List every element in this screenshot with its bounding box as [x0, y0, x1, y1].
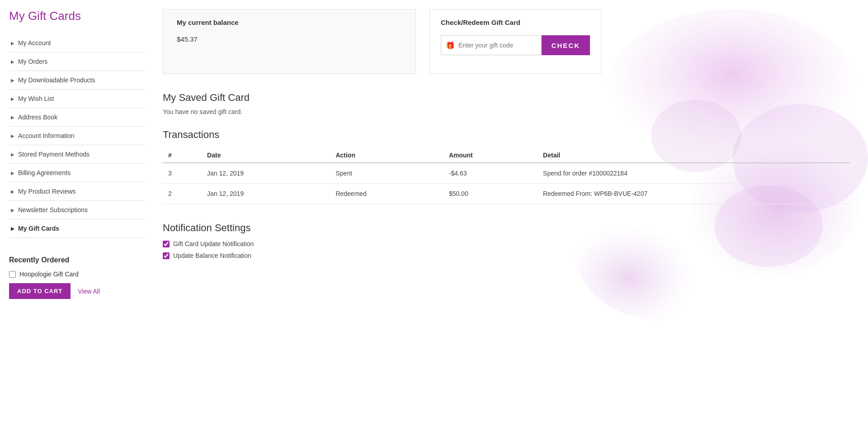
- check-button[interactable]: CHECK: [542, 35, 590, 55]
- sidebar-arrow-icon: ▶: [11, 171, 14, 176]
- col-detail: Detail: [538, 148, 850, 163]
- sidebar-link-newsletter-subscriptions[interactable]: ▶Newsletter Subscriptions: [9, 201, 145, 219]
- sidebar-item-my-account[interactable]: ▶My Account: [9, 34, 145, 52]
- recently-ordered-item-row: Hoopologie Gift Card: [9, 271, 145, 278]
- sidebar-link-my-gift-cards[interactable]: ▶My Gift Cards: [9, 219, 145, 237]
- sidebar-arrow-icon: ▶: [11, 78, 14, 83]
- notification-item-gift-card-update: Gift Card Update Notification: [163, 240, 850, 247]
- sidebar-arrow-icon: ▶: [11, 189, 14, 194]
- sidebar-link-my-product-reviews[interactable]: ▶My Product Reviews: [9, 182, 145, 200]
- add-to-cart-button[interactable]: ADD TO CART: [9, 283, 71, 299]
- page-title: My Gift Cards: [9, 9, 145, 23]
- sidebar-link-account-information[interactable]: ▶Account Information: [9, 127, 145, 145]
- sidebar: My Gift Cards ▶My Account▶My Orders▶My D…: [0, 0, 154, 432]
- sidebar-item-label: My Product Reviews: [18, 188, 76, 195]
- sidebar-item-label: Stored Payment Methods: [18, 151, 90, 158]
- cell-amount: $50.00: [443, 184, 538, 204]
- sidebar-item-my-downloadable-products[interactable]: ▶My Downloadable Products: [9, 71, 145, 90]
- sidebar-arrow-icon: ▶: [11, 208, 14, 213]
- balance-card: My current balance $45.37: [163, 9, 416, 74]
- sidebar-item-billing-agreements[interactable]: ▶Billing Agreements: [9, 164, 145, 182]
- saved-gift-card-desc: You have no saved gift card.: [163, 108, 850, 115]
- cell-num: 2: [163, 184, 202, 204]
- view-all-link[interactable]: View All: [78, 288, 100, 295]
- sidebar-item-label: My Wish List: [18, 95, 54, 102]
- sidebar-nav: ▶My Account▶My Orders▶My Downloadable Pr…: [9, 34, 145, 238]
- sidebar-item-account-information[interactable]: ▶Account Information: [9, 127, 145, 145]
- redeem-input-wrapper: 🎁: [441, 35, 542, 55]
- sidebar-item-label: Billing Agreements: [18, 169, 71, 176]
- recently-ordered-title: Recently Ordered: [9, 256, 145, 264]
- gift-code-input[interactable]: [458, 42, 537, 49]
- transactions-title: Transactions: [163, 129, 850, 141]
- notification-settings-title: Notification Settings: [163, 222, 850, 234]
- recently-ordered-section: Recently Ordered Hoopologie Gift Card AD…: [9, 256, 145, 299]
- col-amount: Amount: [443, 148, 538, 163]
- transactions-table: # Date Action Amount Detail 3Jan 12, 201…: [163, 148, 850, 204]
- cell-num: 3: [163, 163, 202, 184]
- sidebar-arrow-icon: ▶: [11, 115, 14, 120]
- sidebar-item-label: My Downloadable Products: [18, 76, 95, 84]
- redeem-input-row: 🎁 CHECK: [441, 35, 590, 55]
- balance-amount: $45.37: [177, 35, 402, 43]
- transactions-header-row: # Date Action Amount Detail: [163, 148, 850, 163]
- recently-ordered-item-name: Hoopologie Gift Card: [19, 271, 79, 278]
- cell-date: Jan 12, 2019: [202, 184, 330, 204]
- col-num: #: [163, 148, 202, 163]
- sidebar-item-label: Newsletter Subscriptions: [18, 206, 88, 214]
- col-date: Date: [202, 148, 330, 163]
- sidebar-arrow-icon: ▶: [11, 226, 14, 231]
- sidebar-item-my-wish-list[interactable]: ▶My Wish List: [9, 90, 145, 108]
- sidebar-item-address-book[interactable]: ▶Address Book: [9, 108, 145, 127]
- main-content: My current balance $45.37 Check/Redeem G…: [154, 0, 868, 432]
- sidebar-link-my-wish-list[interactable]: ▶My Wish List: [9, 90, 145, 108]
- sidebar-item-my-orders[interactable]: ▶My Orders: [9, 52, 145, 71]
- saved-gift-card-title: My Saved Gift Card: [163, 92, 850, 104]
- sidebar-item-stored-payment-methods[interactable]: ▶Stored Payment Methods: [9, 145, 145, 164]
- notification-checkbox-update-balance[interactable]: [163, 252, 170, 259]
- balance-section: My current balance $45.37 Check/Redeem G…: [163, 9, 850, 74]
- sidebar-link-my-orders[interactable]: ▶My Orders: [9, 52, 145, 71]
- sidebar-link-address-book[interactable]: ▶Address Book: [9, 108, 145, 126]
- sidebar-item-newsletter-subscriptions[interactable]: ▶Newsletter Subscriptions: [9, 201, 145, 219]
- sidebar-item-label: My Account: [18, 39, 51, 47]
- balance-card-title: My current balance: [177, 19, 402, 26]
- sidebar-arrow-icon: ▶: [11, 59, 14, 64]
- col-action: Action: [330, 148, 443, 163]
- sidebar-arrow-icon: ▶: [11, 152, 14, 157]
- cell-date: Jan 12, 2019: [202, 163, 330, 184]
- sidebar-item-label: My Gift Cards: [18, 225, 59, 232]
- notification-items: Gift Card Update NotificationUpdate Bala…: [163, 240, 850, 259]
- cell-action: Redeemed: [330, 184, 443, 204]
- notification-checkbox-gift-card-update[interactable]: [163, 241, 170, 247]
- cell-action: Spent: [330, 163, 443, 184]
- cell-detail: Redeemed From: WP6B-BVUE-4207: [538, 184, 850, 204]
- recently-ordered-checkbox[interactable]: [9, 271, 16, 278]
- notification-item-update-balance: Update Balance Notification: [163, 252, 850, 259]
- sidebar-link-stored-payment-methods[interactable]: ▶Stored Payment Methods: [9, 145, 145, 163]
- gift-icon: 🎁: [446, 41, 455, 50]
- sidebar-item-label: Address Book: [18, 114, 57, 121]
- sidebar-link-my-account[interactable]: ▶My Account: [9, 34, 145, 52]
- sidebar-link-my-downloadable-products[interactable]: ▶My Downloadable Products: [9, 71, 145, 89]
- sidebar-item-label: Account Information: [18, 132, 75, 139]
- sidebar-arrow-icon: ▶: [11, 41, 14, 46]
- sidebar-arrow-icon: ▶: [11, 96, 14, 101]
- sidebar-item-my-product-reviews[interactable]: ▶My Product Reviews: [9, 182, 145, 201]
- sidebar-arrow-icon: ▶: [11, 133, 14, 138]
- redeem-card-title: Check/Redeem Gift Card: [441, 19, 590, 26]
- sidebar-link-billing-agreements[interactable]: ▶Billing Agreements: [9, 164, 145, 182]
- notification-label-update-balance: Update Balance Notification: [173, 252, 251, 259]
- table-row: 3Jan 12, 2019Spent-$4.63Spend for order …: [163, 163, 850, 184]
- recently-ordered-btn-row: ADD TO CART View All: [9, 283, 145, 299]
- sidebar-item-label: My Orders: [18, 58, 47, 65]
- sidebar-item-my-gift-cards[interactable]: ▶My Gift Cards: [9, 219, 145, 238]
- table-row: 2Jan 12, 2019Redeemed$50.00Redeemed From…: [163, 184, 850, 204]
- redeem-card: Check/Redeem Gift Card 🎁 CHECK: [429, 9, 601, 74]
- cell-detail: Spend for order #1000022184: [538, 163, 850, 184]
- cell-amount: -$4.63: [443, 163, 538, 184]
- notification-label-gift-card-update: Gift Card Update Notification: [173, 240, 254, 247]
